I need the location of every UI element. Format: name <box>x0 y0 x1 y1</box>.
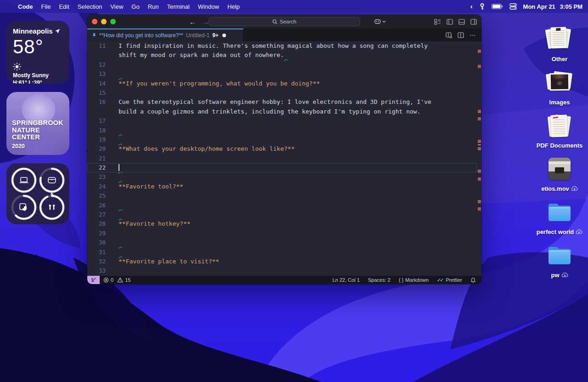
menu-edit[interactable]: Edit <box>55 3 73 10</box>
desktop-icon-pw[interactable]: pw <box>533 235 586 279</box>
menu-terminal[interactable]: Terminal <box>163 3 194 10</box>
location-arrow-icon <box>55 29 60 34</box>
editor-row-19[interactable]: 19 <box>87 135 477 144</box>
battery-ring-trackpad <box>11 194 37 221</box>
minimize-window-button[interactable] <box>101 19 107 24</box>
display-stack-icon[interactable] <box>509 3 517 10</box>
problems-indicator[interactable]: 0 15 <box>100 277 134 283</box>
overview-ruler[interactable] <box>477 41 481 276</box>
trailing-whitespace-squiggle <box>119 70 122 77</box>
menu-view[interactable]: View <box>106 3 127 10</box>
editor-row-13[interactable]: 13 <box>87 69 477 79</box>
editor-pane[interactable]: 11I find inspiration in music. There's s… <box>87 41 481 276</box>
editor-row-30[interactable]: 30 <box>87 238 477 247</box>
pin-icon <box>92 33 96 38</box>
toggle-panel-icon[interactable] <box>458 19 465 25</box>
chevron-left-icon[interactable]: ‹ <box>470 3 473 10</box>
errors-icon <box>103 277 109 283</box>
editor-row-22[interactable]: 22 <box>87 163 477 172</box>
editor-row-26[interactable]: 26 <box>87 201 477 210</box>
editor-row-29[interactable]: 29 <box>87 229 477 238</box>
editor-row-14[interactable]: 14**If you weren't programming, what wou… <box>87 79 477 88</box>
notifications-bell[interactable] <box>466 277 481 283</box>
menu-code[interactable]: Code <box>14 3 37 10</box>
tab-untitled-1[interactable]: **How did you get into software?** Untit… <box>87 29 243 41</box>
editor-row-27[interactable]: 27 <box>87 210 477 219</box>
weather-widget[interactable]: Minneapolis 58° Mostly Sunny H:61° L:39° <box>6 21 69 84</box>
menu-window[interactable]: Window <box>194 3 223 10</box>
toggle-sidebar-icon[interactable] <box>447 19 453 25</box>
command-center-search[interactable]: Search <box>209 17 360 26</box>
menu-selection[interactable]: Selection <box>74 3 106 10</box>
trailing-whitespace-squiggle <box>119 136 122 143</box>
editor-row-11[interactable]: 11I find inspiration in music. There's s… <box>87 41 477 51</box>
vscode-titlebar[interactable]: ← → Search <box>87 15 481 29</box>
editor-row-24[interactable]: 24**Favorite tool?** <box>87 182 477 191</box>
ruler-warning-marker <box>478 117 481 120</box>
editor-row-33[interactable]: 33 <box>87 266 477 275</box>
line-number: 12 <box>87 60 119 69</box>
line-content: **Favorite hotkey?** <box>119 219 191 228</box>
editor-row-18[interactable]: 18 <box>87 126 477 135</box>
editor-row-12[interactable]: 12 <box>87 60 477 69</box>
battery-icon[interactable] <box>492 4 503 9</box>
menu-help[interactable]: Help <box>223 3 244 10</box>
desktop-icon-perfect-world[interactable]: perfect world <box>533 192 586 235</box>
ruler-warning-marker <box>478 170 481 173</box>
warnings-count: 15 <box>125 277 130 283</box>
battery-widget[interactable] <box>6 163 69 224</box>
toggle-secondary-sidebar-icon[interactable] <box>470 19 477 25</box>
line-number: 23 <box>87 172 119 182</box>
desktop-icon-images[interactable]: Images <box>533 63 586 106</box>
trailing-whitespace-squiggle <box>119 202 122 209</box>
editor-row-31[interactable]: 31 <box>87 248 477 257</box>
editor-row-16[interactable]: 16Cue the stereotypical software enginee… <box>87 97 477 107</box>
remote-indicator[interactable] <box>87 276 100 284</box>
menu-run[interactable]: Run <box>144 3 163 10</box>
line-number: 31 <box>87 248 119 257</box>
zoom-window-button[interactable] <box>110 19 116 24</box>
open-changes-icon[interactable] <box>446 32 452 38</box>
more-actions-icon[interactable]: ⋯ <box>469 32 476 39</box>
menu-bar-time[interactable]: 3:05 PM <box>560 3 582 10</box>
editor-row-28[interactable]: 28**Favorite hotkey?** <box>87 219 477 228</box>
sun-icon <box>13 63 63 71</box>
line-number <box>87 107 119 116</box>
line-number: 30 <box>87 238 119 247</box>
split-editor-icon[interactable] <box>458 32 464 38</box>
editor-row-32[interactable]: 32**Favorite place to visit?** <box>87 257 477 266</box>
navigate-back-button[interactable]: ← <box>189 18 196 26</box>
editor-row-wrap[interactable]: build a couple gizmos and trinklets, inc… <box>87 107 477 116</box>
menu-file[interactable]: File <box>37 3 55 10</box>
photo-widget[interactable]: Springbrook Nature Center 2020 <box>6 92 69 155</box>
copilot-menu-button[interactable] <box>374 18 386 25</box>
tab-badge: 9+ <box>212 32 219 39</box>
key-icon[interactable] <box>479 3 485 10</box>
editor-row-25[interactable]: 25 <box>87 191 477 200</box>
trailing-whitespace-squiggle <box>119 173 122 180</box>
trailing-whitespace-squiggle <box>119 249 122 256</box>
language-indicator[interactable]: { } Markdown <box>395 277 433 283</box>
line-content: **If you weren't programming, what would… <box>119 79 320 88</box>
cursor-position-indicator[interactable]: Ln 22, Col 1 <box>328 277 364 283</box>
editor-row-17[interactable]: 17 <box>87 116 477 125</box>
ruler-warning-marker <box>478 207 481 211</box>
menu-bar-date[interactable]: Mon Apr 21 <box>523 3 555 10</box>
search-placeholder: Search <box>280 19 296 24</box>
desktop-icon-other[interactable]: Other <box>533 19 586 63</box>
editor-row-20[interactable]: 20**What does your desktop/home screen l… <box>87 144 477 154</box>
desktop-icon-etios-mov[interactable]: etios.mov <box>533 149 586 192</box>
editor-row-15[interactable]: 15 <box>87 88 477 97</box>
unsaved-dot-icon[interactable] <box>222 34 226 37</box>
desktop-icon-pdf-documents[interactable]: PDF Documents <box>533 106 586 149</box>
menu-go[interactable]: Go <box>127 3 143 10</box>
indentation-indicator[interactable]: Spaces: 2 <box>364 277 395 283</box>
editor-row-23[interactable]: 23 <box>87 172 477 182</box>
line-content: build a couple gizmos and trinklets, inc… <box>119 107 420 116</box>
editor-row-wrap[interactable]: shift my mood or spark an idea out of no… <box>87 51 477 60</box>
line-content: I find inspiration in music. There's som… <box>119 41 428 51</box>
close-window-button[interactable] <box>92 19 97 24</box>
customize-layout-icon[interactable] <box>434 19 441 25</box>
formatter-indicator[interactable]: ✓✓ Prettier <box>433 277 466 283</box>
editor-row-21[interactable]: 21 <box>87 154 477 163</box>
